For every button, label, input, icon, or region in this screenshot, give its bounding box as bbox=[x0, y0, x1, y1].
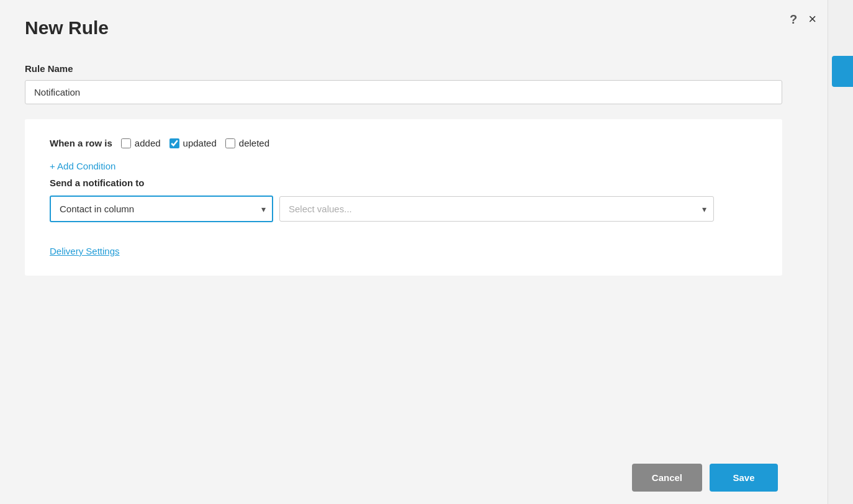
checkbox-updated-label[interactable]: updated bbox=[183, 138, 217, 148]
rule-name-input[interactable] bbox=[25, 80, 782, 104]
help-button[interactable]: ? bbox=[790, 12, 797, 27]
checkbox-deleted-label[interactable]: deleted bbox=[239, 138, 269, 148]
rule-name-group: Rule Name bbox=[25, 63, 803, 104]
checkbox-deleted-group: deleted bbox=[225, 138, 269, 148]
delivery-settings-button[interactable]: Delivery Settings bbox=[50, 246, 120, 256]
inner-panel: When a row is added updated deleted + Ad… bbox=[25, 119, 782, 276]
checkbox-deleted[interactable] bbox=[225, 138, 235, 148]
save-button[interactable]: Save bbox=[710, 464, 778, 492]
add-condition-button[interactable]: + Add Condition bbox=[50, 161, 115, 171]
close-button[interactable]: × bbox=[808, 11, 816, 27]
cancel-button[interactable]: Cancel bbox=[632, 464, 702, 492]
checkbox-added[interactable] bbox=[121, 138, 131, 148]
blue-tab[interactable] bbox=[832, 56, 853, 87]
checkbox-added-label[interactable]: added bbox=[135, 138, 161, 148]
trigger-label: When a row is bbox=[50, 138, 112, 148]
contact-select-wrapper: Contact in column Specific contact Every… bbox=[50, 196, 273, 222]
checkbox-added-group: added bbox=[121, 138, 161, 148]
rule-name-label: Rule Name bbox=[25, 63, 803, 74]
values-select[interactable]: Select values... bbox=[279, 196, 714, 222]
notification-group: Send a notification to Contact in column… bbox=[50, 178, 757, 222]
checkbox-updated[interactable] bbox=[169, 138, 179, 148]
trigger-row: When a row is added updated deleted bbox=[50, 138, 757, 148]
modal-title: New Rule bbox=[25, 17, 803, 38]
notification-label: Send a notification to bbox=[50, 178, 757, 188]
notification-row: Contact in column Specific contact Every… bbox=[50, 196, 757, 222]
modal-header: New Rule ? × bbox=[0, 0, 828, 51]
contact-type-select[interactable]: Contact in column Specific contact Every… bbox=[50, 196, 273, 222]
right-edge-panel bbox=[828, 0, 853, 504]
modal-body: Rule Name When a row is added updated de… bbox=[0, 51, 828, 309]
modal-controls: ? × bbox=[790, 11, 816, 27]
modal-dialog: New Rule ? × Rule Name When a row is add… bbox=[0, 0, 828, 504]
modal-footer: Cancel Save bbox=[0, 451, 803, 504]
checkbox-updated-group: updated bbox=[169, 138, 217, 148]
values-select-wrapper: Select values... ▾ bbox=[279, 196, 714, 222]
